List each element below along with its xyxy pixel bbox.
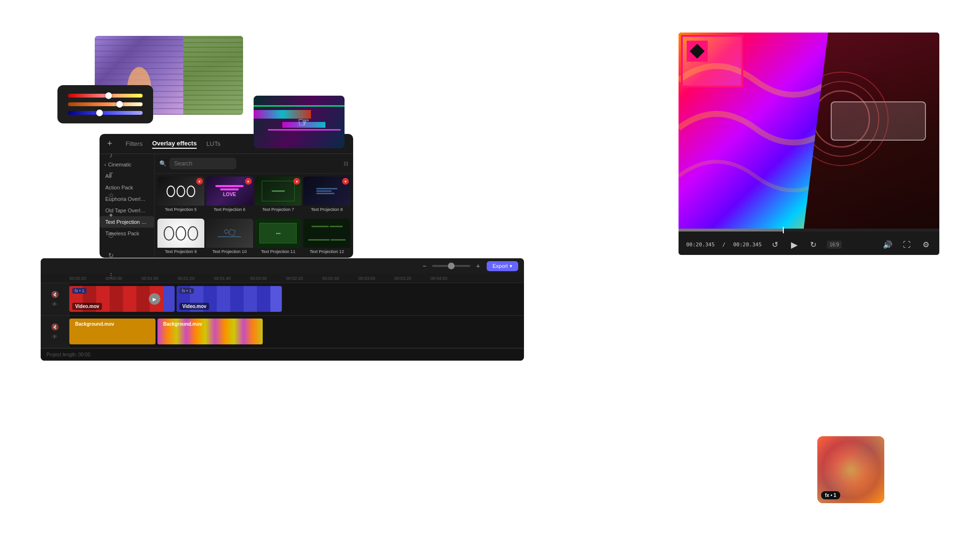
video-seg2-label: Video.mov bbox=[179, 303, 209, 310]
thumb-badge-tp8 bbox=[342, 178, 349, 185]
export-label: Export bbox=[492, 263, 508, 269]
diamond-shape bbox=[690, 44, 704, 58]
blue-slider-track[interactable] bbox=[68, 111, 143, 115]
tab-overlay[interactable]: Overlay effects bbox=[152, 139, 197, 149]
zoom-controls: − + bbox=[420, 261, 483, 271]
effects-panel: + Filters Overlay effects LUTs ‹ Cinemat… bbox=[100, 134, 353, 258]
diamond-icon bbox=[687, 41, 708, 62]
tab-filters[interactable]: Filters bbox=[126, 139, 143, 148]
thumb-label-tp9: Text Projection 9 bbox=[157, 248, 204, 255]
search-row: 🔍 ⊟ bbox=[155, 154, 353, 174]
video-progress-fill bbox=[679, 229, 783, 231]
playhead bbox=[783, 227, 784, 233]
thumb-label-tp12: Text Projection 12 bbox=[303, 248, 350, 255]
play-button[interactable]: ▶ bbox=[789, 239, 800, 251]
thumb-tp10[interactable]: Text Projection 10 bbox=[206, 219, 253, 255]
thumb-label-tp8: Text Projection 8 bbox=[303, 206, 350, 213]
video-mute-icon[interactable]: 🔇 bbox=[51, 291, 59, 298]
thumb-badge-tp6 bbox=[245, 178, 252, 185]
preview-controls: 00:20.345 / 00:20.345 ↺ ▶ ↻ 16:9 🔊 ⛶ ⚙ bbox=[679, 231, 939, 255]
video-track-content[interactable]: fx • 1 Video.mov ▶ fx • 1 bbox=[69, 283, 524, 315]
video-progress-strip[interactable] bbox=[679, 229, 939, 231]
float-fx-badge: fx • 1 bbox=[821, 491, 840, 499]
export-button[interactable]: Export ▾ bbox=[487, 261, 518, 271]
video-segment-2[interactable]: fx • 1 Video.mov bbox=[177, 286, 282, 312]
ruler-4: 00:01:40 bbox=[214, 276, 231, 281]
search-icon: 🔍 bbox=[159, 160, 167, 167]
thumb-tp5[interactable]: Text Projection 5 bbox=[157, 176, 204, 213]
orange-slider-track[interactable] bbox=[68, 102, 143, 106]
zoom-in-button[interactable]: + bbox=[473, 261, 483, 271]
thumb-label-tp11: Text Projection 11 bbox=[255, 248, 302, 255]
thumb-label-tp6: Text Projection 6 bbox=[206, 206, 253, 213]
toolbar-icon-magic[interactable]: ✦ bbox=[104, 209, 118, 222]
thumb-tp7[interactable]: Text Projection 7 bbox=[255, 176, 302, 213]
orange-slider-thumb[interactable] bbox=[116, 101, 123, 108]
toolbar-icon-effects[interactable]: ☆ bbox=[104, 188, 118, 202]
glitch-thumbnail[interactable]: ☞ bbox=[254, 96, 345, 148]
bg-track-content[interactable]: Background.mov Background.mov bbox=[69, 316, 524, 348]
ruler-marks: 00:00:20 00:00:40 00:01:00 00:01:20 00:0… bbox=[69, 276, 447, 281]
thumb-label-tp7: Text Projection 7 bbox=[255, 206, 302, 213]
toolbar-icon-refresh[interactable]: ↻ bbox=[104, 249, 118, 262]
red-slider-track[interactable] bbox=[68, 94, 143, 98]
photo-right bbox=[183, 36, 243, 115]
ruler-2: 00:01:00 bbox=[142, 276, 158, 281]
blue-slider-thumb[interactable] bbox=[96, 110, 103, 116]
volume-button[interactable]: 🔊 bbox=[882, 239, 893, 251]
ruler-6: 00:02:20 bbox=[286, 276, 303, 281]
video-seg1-fx: fx • 1 bbox=[72, 288, 87, 294]
bg-track-row: 🔇 👁 Background.mov Background.mov bbox=[41, 316, 524, 348]
video-segment-1[interactable]: fx • 1 Video.mov ▶ bbox=[69, 286, 175, 312]
toolbar-icon-text[interactable]: T bbox=[104, 168, 118, 182]
video-track-controls: 🔇 👁 bbox=[41, 283, 69, 315]
forward-button[interactable]: ↻ bbox=[808, 239, 819, 251]
preview-image bbox=[679, 33, 939, 229]
ruler-9: 00:03:20 bbox=[394, 276, 411, 281]
left-toolbar: ♪ T ☆ ✦ ⏱ ↻ ⋮ bbox=[104, 148, 118, 282]
ruler-0: 00:00:20 bbox=[69, 276, 86, 281]
filter-icon[interactable]: ⊟ bbox=[344, 160, 348, 167]
pink-frame bbox=[681, 35, 743, 88]
toolbar-icon-more[interactable]: ⋮ bbox=[104, 269, 118, 282]
settings-button[interactable]: ⚙ bbox=[920, 239, 932, 251]
add-button[interactable]: + bbox=[107, 139, 112, 149]
red-slider-thumb[interactable] bbox=[105, 92, 112, 99]
chevron-down-icon: ▾ bbox=[510, 263, 512, 269]
svg-point-0 bbox=[813, 91, 869, 147]
ruler-8: 00:03:00 bbox=[358, 276, 375, 281]
bg-segment-1[interactable]: Background.mov bbox=[69, 319, 156, 344]
toolbar-icon-music[interactable]: ♪ bbox=[104, 148, 118, 162]
bg-seg2-label: Background.mov bbox=[160, 320, 205, 328]
zoom-slider[interactable] bbox=[432, 265, 470, 267]
fullscreen-button[interactable]: ⛶ bbox=[901, 239, 913, 251]
bg-segment-2[interactable]: Background.mov bbox=[157, 319, 263, 344]
rewind-button[interactable]: ↺ bbox=[769, 239, 781, 251]
bg-seg1-label: Background.mov bbox=[72, 320, 117, 328]
thumb-tp12[interactable]: Text Projection 12 bbox=[303, 219, 350, 255]
thumb-tp8[interactable]: Text Projection 8 bbox=[303, 176, 350, 213]
aspect-ratio-button[interactable]: 16:9 bbox=[827, 241, 842, 249]
ruler-10: 00:04:00 bbox=[431, 276, 447, 281]
thumb-grid-row2: Text Projection 9 Text Projection 10 bbox=[155, 216, 353, 258]
zoom-out-button[interactable]: − bbox=[420, 261, 429, 271]
cursor-icon: ☞ bbox=[298, 114, 310, 130]
thumb-tp11[interactable]: ▪▪▪ Text Projection 11 bbox=[255, 219, 302, 255]
thumb-tp6[interactable]: LOVE Text Projection 6 bbox=[206, 176, 253, 213]
bg-mute-icon[interactable]: 🔇 bbox=[51, 323, 59, 331]
search-input[interactable] bbox=[169, 158, 236, 169]
time-separator: / bbox=[723, 242, 726, 248]
video-seg1-label: Video.mov bbox=[72, 303, 102, 310]
toolbar-icon-timer[interactable]: ⏱ bbox=[104, 229, 118, 242]
tab-luts[interactable]: LUTs bbox=[206, 139, 221, 148]
current-time: 00:20.345 bbox=[686, 242, 715, 248]
thumb-badge-tp5 bbox=[196, 178, 203, 185]
total-time: 00:20.345 bbox=[733, 242, 762, 248]
effects-grid-area: 🔍 ⊟ bbox=[155, 154, 353, 258]
playhead-marker[interactable]: ▶ bbox=[149, 293, 160, 305]
video-eye-icon[interactable]: 👁 bbox=[52, 301, 58, 308]
bg-eye-icon[interactable]: 👁 bbox=[52, 333, 58, 341]
thumb-label-tp5: Text Projection 5 bbox=[157, 206, 204, 213]
floating-thumbnail[interactable]: fx • 1 bbox=[817, 436, 884, 503]
thumb-tp9[interactable]: Text Projection 9 bbox=[157, 219, 204, 255]
